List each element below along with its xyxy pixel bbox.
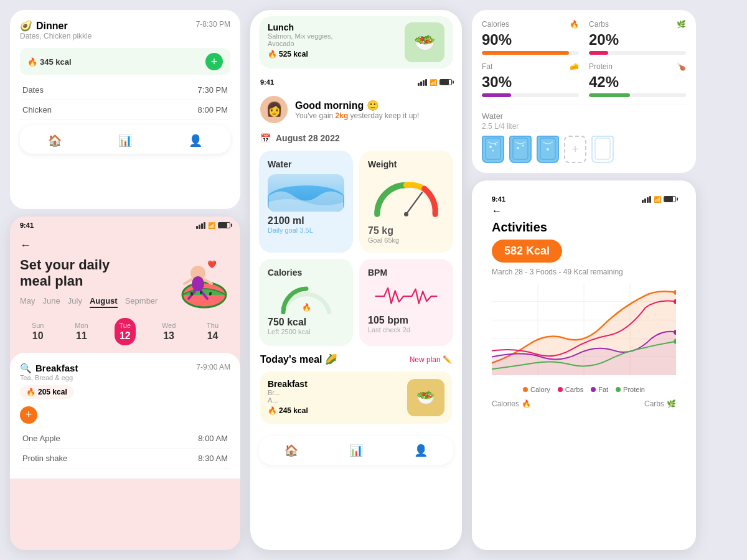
activities-kcal: 582 Kcal: [492, 240, 562, 263]
tab-june[interactable]: June: [43, 295, 60, 308]
activities-title: Activities: [492, 220, 676, 235]
water-widget[interactable]: Water 2100 ml Daily goal 3.5L: [259, 151, 353, 253]
food-item: Dates 7:30 PM: [20, 80, 230, 100]
breakfast-card-title: Breakfast: [268, 379, 308, 389]
legend-protein: Protein: [616, 386, 645, 393]
tab-august[interactable]: August: [90, 295, 118, 308]
weight-goal: Goal 65kg: [368, 236, 444, 244]
glass-1[interactable]: [482, 136, 504, 163]
bpm-line: [368, 282, 444, 310]
time-main: 9:41: [260, 78, 274, 86]
breakfast-entry-desc: Tea, Bread & egg: [20, 374, 78, 381]
svg-rect-15: [486, 138, 500, 159]
add-dinner-button[interactable]: +: [205, 53, 223, 70]
user-nav-icon[interactable]: 👤: [179, 131, 212, 150]
svg-rect-24: [595, 138, 610, 159]
svg-point-20: [517, 147, 519, 149]
main-app-card: Lunch Salmon, Mix veggies,Avocado 🔥525 k…: [250, 10, 462, 550]
activities-chart: [492, 282, 676, 382]
bpm-widget[interactable]: BPM 105 bpm Last check 2d: [359, 259, 453, 346]
calories-widget[interactable]: Calories 🔥 750 kcal Left 2500 kcal: [259, 259, 353, 346]
water-widget-label: Water: [268, 159, 344, 169]
breakfast-card-desc: Br...A...: [268, 389, 308, 404]
svg-point-13: [404, 212, 408, 217]
day-selector: Sun 10 Mon 11 Tue 12 Wed 13 Thu 14: [10, 313, 240, 350]
status-bar-meal-plan: 9:41 📶: [10, 217, 240, 231]
breakfast-search-icon: 🔍: [20, 363, 32, 374]
svg-point-16: [489, 146, 492, 148]
svg-text:🔥: 🔥: [301, 302, 311, 312]
water-value: 2100 ml: [268, 215, 344, 226]
bottom-nav: 🏠 📊 👤: [20, 125, 230, 154]
chart-nav-icon[interactable]: 📊: [108, 131, 142, 150]
bpm-value: 105 bpm: [368, 315, 444, 326]
dinner-desc: Dates, Chicken pikkle: [20, 32, 92, 40]
calories-label: Calories: [482, 20, 509, 29]
widget-grid: Water 2100 ml Daily goal 3.5L Weight: [250, 151, 462, 346]
watermelon-illustration: ❤️: [161, 239, 235, 314]
home-nav-icon[interactable]: 🏠: [38, 131, 72, 150]
weight-widget[interactable]: Weight 75 kg Goal 65kg: [359, 151, 453, 253]
add-glass-button[interactable]: +: [564, 136, 586, 163]
fat-label: Fat: [482, 62, 492, 71]
calories-widget-label: Calories: [268, 268, 344, 278]
protein-label: Protein: [589, 62, 613, 71]
date-display: August 28 2022: [276, 133, 340, 143]
glass-5[interactable]: [591, 136, 614, 163]
calories-pct: 90%: [482, 31, 579, 49]
breakfast-entry-title: 🔍 Breakfast: [20, 363, 78, 374]
fire-icon: 🔥: [27, 57, 37, 67]
fat-progress: [482, 93, 579, 97]
protein-icon: 🍗: [677, 62, 686, 71]
dinner-card: 🥑 Dinner Dates, Chicken pikkle 7-8:30 PM…: [10, 10, 240, 209]
back-button[interactable]: ←: [20, 239, 31, 252]
svg-point-23: [547, 148, 549, 151]
dinner-title: 🥑 Dinner: [20, 20, 92, 32]
water-glasses: +: [482, 136, 686, 163]
svg-point-17: [495, 144, 497, 146]
lunch-kcal: 🔥525 kcal: [268, 50, 333, 58]
day-wed[interactable]: Wed 13: [157, 318, 181, 345]
food-item-protein: Protin shake 8:30 AM: [20, 449, 230, 469]
day-thu[interactable]: Thu 14: [202, 318, 223, 345]
legend-fat: Fat: [591, 386, 608, 393]
nutrition-carbs: Carbs 🌿 20%: [589, 20, 686, 55]
status-bar-activities: 9:41 📶: [482, 190, 686, 205]
weight-widget-label: Weight: [368, 159, 444, 169]
svg-rect-19: [513, 138, 528, 159]
new-plan-button[interactable]: New plan ✏️: [410, 355, 452, 364]
glass-3[interactable]: [537, 136, 559, 163]
lunch-illustration: 🥗: [405, 22, 444, 62]
day-sun[interactable]: Sun 10: [27, 318, 49, 345]
time-activities: 9:41: [492, 195, 505, 203]
food-item-apple: One Apple 8:00 AM: [20, 429, 230, 449]
chart-nav-main[interactable]: 📊: [339, 441, 373, 460]
day-mon[interactable]: Mon 11: [70, 318, 93, 345]
back-button-activities[interactable]: ←: [492, 205, 502, 217]
nutrition-calories: Calories 🔥 90%: [482, 20, 579, 55]
breakfast-image: 🥗: [407, 379, 444, 416]
activities-card: 9:41 📶 ← Activities 582 Kcal March 28 - …: [472, 180, 696, 550]
tab-may[interactable]: May: [20, 295, 35, 308]
home-nav-main[interactable]: 🏠: [275, 441, 308, 460]
avocado-icon: 🥑: [20, 20, 32, 32]
tab-september[interactable]: Sepmber: [125, 295, 158, 308]
lunch-desc: Salmon, Mix veggies,Avocado: [268, 32, 333, 47]
svg-line-12: [406, 192, 423, 214]
day-tue-active[interactable]: Tue 12: [115, 318, 136, 345]
svg-point-21: [522, 145, 524, 147]
nutrition-card: Calories 🔥 90% Carbs 🌿 20%: [472, 10, 696, 173]
greeting-title: Good morning 🙂: [295, 100, 419, 111]
add-breakfast-button[interactable]: +: [20, 406, 37, 424]
glass-2[interactable]: [509, 136, 532, 163]
food-item: Chicken 8:00 PM: [20, 100, 230, 120]
time-meal-plan: 9:41: [20, 222, 34, 229]
svg-point-18: [492, 150, 494, 152]
protein-progress: [589, 93, 686, 97]
user-nav-main[interactable]: 👤: [404, 441, 438, 460]
bottom-calories: Calories 🔥: [492, 399, 531, 408]
tab-july[interactable]: July: [68, 295, 82, 308]
gain-text: 2kg: [336, 111, 349, 120]
calendar-icon: 📅: [260, 133, 271, 143]
water-goal: Daily goal 3.5L: [268, 226, 344, 234]
